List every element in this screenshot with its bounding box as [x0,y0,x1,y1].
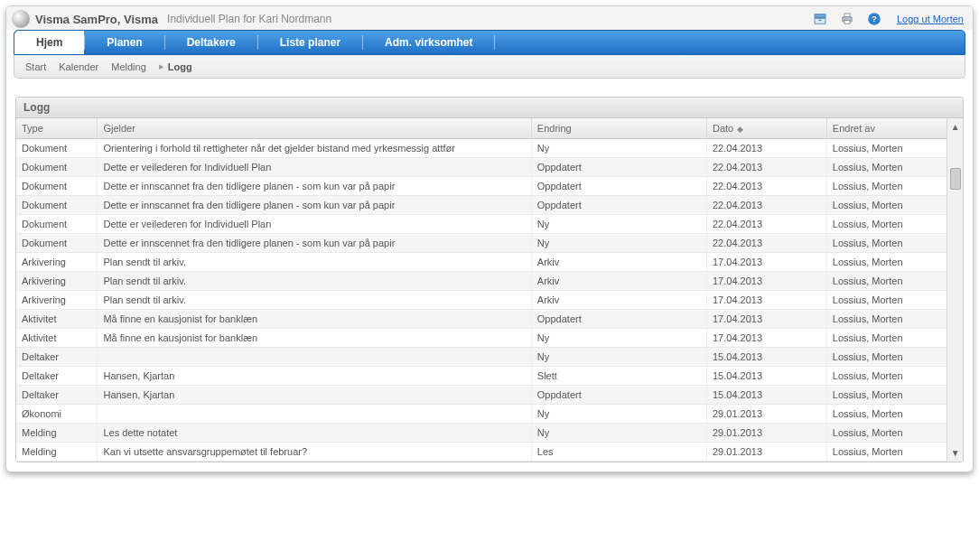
scroll-thumb[interactable] [950,168,961,190]
cell-endret_av: Lossius, Morten [826,386,946,405]
cell-endring: Arkiv [531,272,706,291]
cell-type: Aktivitet [16,329,98,348]
scroll-down-icon[interactable]: ▼ [951,448,960,458]
scroll-track[interactable] [947,132,963,448]
col-header-endret-av[interactable]: Endret av [826,118,946,139]
cell-gjelder: Må finne en kausjonist for banklæn [98,329,531,348]
scroll-up-icon[interactable]: ▲ [951,122,960,132]
table-row[interactable]: DokumentDette er innscannet fra den tidl… [16,177,946,196]
table-row[interactable]: DeltakerNy15.04.2013Lossius, Morten [16,348,946,367]
cell-endret_av: Lossius, Morten [826,272,946,291]
table-row[interactable]: DokumentDette er innscannet fra den tidl… [16,196,946,215]
cell-gjelder [98,348,531,367]
cell-gjelder: Plan sendt til arkiv. [98,291,531,310]
cell-endring: Oppdatert [531,177,706,196]
cell-gjelder: Dette er innscennet fra den tidligere pl… [98,234,531,253]
table-row[interactable]: DeltakerHansen, KjartanSlett15.04.2013Lo… [16,367,946,386]
table-row[interactable]: ArkiveringPlan sendt til arkiv.Arkiv17.0… [16,253,946,272]
table-row[interactable]: ArkiveringPlan sendt til arkiv.Arkiv17.0… [16,291,946,310]
content-area: Logg Type Gjelder Endring Dato◆ Endret a… [6,79,973,471]
cell-dato: 22.04.2013 [707,177,827,196]
col-header-dato[interactable]: Dato◆ [707,118,827,139]
svg-rect-4 [844,14,850,17]
table-row[interactable]: DokumentDette er innscennet fra den tidl… [16,234,946,253]
cell-endring: Ny [531,405,706,424]
col-header-endring[interactable]: Endring [531,118,706,139]
cell-endring: Arkiv [531,253,706,272]
tab-adm-virksomhet[interactable]: Adm. virksomhet [363,31,494,54]
crumb-current: Logg [168,61,192,72]
table-row[interactable]: MeldingKan vi utsette ansvarsgruppemøtet… [16,443,946,462]
table-row[interactable]: DeltakerHansen, KjartanOppdatert15.04.20… [16,386,946,405]
cell-type: Aktivitet [16,310,98,329]
print-icon[interactable] [839,11,855,27]
crumb-melding[interactable]: Melding [111,61,146,72]
cell-dato: 15.04.2013 [707,367,827,386]
table-row[interactable]: DokumentDette er veilederen for Individu… [16,215,946,234]
table-row[interactable]: DokumentDette er veilederen for Individu… [16,158,946,177]
col-header-gjelder[interactable]: Gjelder [98,118,531,139]
chevron-right-icon: ▸ [159,61,164,72]
log-panel: Logg Type Gjelder Endring Dato◆ Endret a… [15,97,964,462]
cell-dato: 29.01.2013 [707,443,827,462]
cell-dato: 17.04.2013 [707,253,827,272]
cell-endring: Oppdatert [531,310,706,329]
cell-endring: Oppdatert [531,386,706,405]
logout-link[interactable]: Logg ut Morten [897,14,964,24]
cell-dato: 29.01.2013 [707,405,827,424]
cell-endring: Slett [531,367,706,386]
sort-indicator-icon: ◆ [737,125,743,134]
crumb-kalender[interactable]: Kalender [59,61,98,72]
cell-dato: 17.04.2013 [707,329,827,348]
cell-gjelder: Hansen, Kjartan [98,367,531,386]
cell-gjelder: Dette er veilederen for Individuell Plan [98,158,531,177]
cell-type: Melding [16,424,98,443]
cell-gjelder: Dette er innscannet fra den tidligere pl… [98,196,531,215]
archive-icon[interactable] [812,11,828,27]
tab-deltakere[interactable]: Deltakere [165,31,257,54]
cell-endret_av: Lossius, Morten [826,424,946,443]
page-subtitle: Individuell Plan for Kari Nordmann [167,13,331,25]
help-icon[interactable]: ? [866,11,882,27]
table-row[interactable]: MeldingLes dette notatetNy29.01.2013Loss… [16,424,946,443]
tab-liste-planer[interactable]: Liste planer [258,31,362,54]
cell-endret_av: Lossius, Morten [826,291,946,310]
cell-dato: 22.04.2013 [707,196,827,215]
col-header-type[interactable]: Type [16,118,98,139]
svg-text:?: ? [872,14,877,23]
tab-planen[interactable]: Planen [85,31,163,54]
cell-endret_av: Lossius, Morten [826,348,946,367]
nav-divider [494,35,495,50]
tab-label: Adm. virksomhet [385,36,472,49]
crumb-start[interactable]: Start [25,61,46,72]
table-row[interactable]: ØkonomiNy29.01.2013Lossius, Morten [16,405,946,424]
cell-type: Arkivering [16,291,98,310]
svg-rect-5 [844,21,850,24]
table-row[interactable]: AktivitetMå finne en kausjonist for bank… [16,310,946,329]
svg-rect-0 [815,14,825,18]
vertical-scrollbar[interactable]: ▲ ▼ [946,118,963,462]
cell-type: Dokument [16,196,98,215]
main-nav: Hjem Planen Deltakere Liste planer Adm. … [14,30,965,55]
cell-endret_av: Lossius, Morten [826,443,946,462]
breadcrumb: Start Kalender Melding ▸ Logg [14,55,965,79]
log-table: Type Gjelder Endring Dato◆ Endret av Dok… [16,118,946,462]
tab-hjem[interactable]: Hjem [14,31,84,54]
cell-type: Arkivering [16,272,98,291]
panel-title: Logg [16,98,963,118]
cell-dato: 22.04.2013 [707,139,827,158]
cell-endring: Ny [531,329,706,348]
cell-endret_av: Lossius, Morten [826,234,946,253]
table-row[interactable]: AktivitetMå finne en kausjonist for bank… [16,329,946,348]
cell-type: Dokument [16,177,98,196]
cell-dato: 17.04.2013 [707,291,827,310]
cell-gjelder: Kan vi utsette ansvarsgruppemøtet til fe… [98,443,531,462]
cell-type: Arkivering [16,253,98,272]
tab-label: Deltakere [187,36,236,49]
tab-label: Planen [107,36,142,49]
svg-rect-1 [815,18,825,23]
table-row[interactable]: DokumentOrientering i forhold til rettig… [16,139,946,158]
table-row[interactable]: ArkiveringPlan sendt til arkiv.Arkiv17.0… [16,272,946,291]
cell-gjelder: Les dette notatet [98,424,531,443]
cell-type: Deltaker [16,386,98,405]
